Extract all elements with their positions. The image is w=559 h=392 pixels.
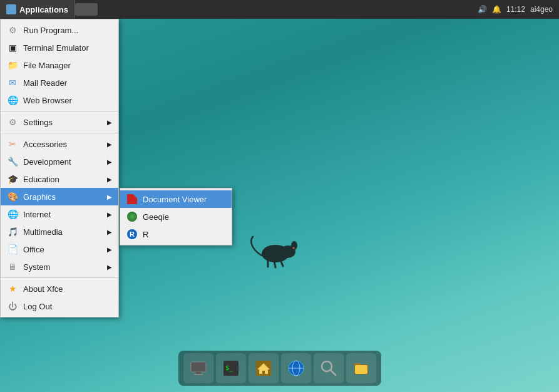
logout-icon: ⏻ [7, 301, 18, 312]
settings-icon: ⚙ [7, 116, 18, 128]
separator-3 [1, 277, 118, 278]
menu-item-education[interactable]: 🎓 Education ▶ [1, 170, 118, 188]
menu-item-internet[interactable]: 🌐 Internet ▶ [1, 205, 118, 223]
office-arrow-icon: ▶ [107, 246, 112, 253]
geeqie-shape [127, 212, 137, 222]
office-icon: 📄 [7, 244, 18, 255]
menu-item-file-manager[interactable]: 📁 File Manager [1, 56, 118, 74]
menu-item-multimedia[interactable]: 🎵 Multimedia ▶ [1, 223, 118, 240]
volume-icon[interactable]: 🔊 [478, 5, 487, 14]
r-icon: R [126, 229, 138, 240]
run-program-label: Run Program... [23, 26, 78, 35]
run-icon: ⚙ [7, 24, 18, 36]
submenu-item-document-viewer[interactable]: Document Viewer [120, 190, 232, 208]
graphics-arrow-icon: ▶ [107, 193, 112, 200]
menu-item-web-browser[interactable]: 🌐 Web Browser [1, 91, 118, 109]
menu-item-graphics[interactable]: 🎨 Graphics ▶ Document Viewer Geeqie [1, 188, 118, 205]
applications-label: Applications [19, 5, 68, 14]
svg-line-6 [274, 261, 275, 267]
dock-item-browser[interactable] [281, 353, 311, 383]
svg-rect-10 [194, 374, 203, 375]
document-viewer-label: Document Viewer [143, 195, 207, 204]
separator-1 [1, 111, 118, 111]
application-menu: ⚙ Run Program... ▣ Terminal Emulator 📁 F… [0, 19, 119, 317]
settings-label: Settings [23, 118, 53, 127]
terminal-label: Terminal Emulator [23, 43, 89, 53]
notification-icon[interactable]: 🔔 [492, 5, 501, 14]
submenu-item-r[interactable]: R R [120, 225, 232, 243]
menu-item-development[interactable]: 🔧 Development ▶ [1, 153, 118, 170]
log-out-label: Log Out [23, 302, 52, 311]
svg-rect-9 [196, 372, 201, 374]
menu-item-log-out[interactable]: ⏻ Log Out [1, 297, 118, 315]
graphics-icon: 🎨 [7, 191, 18, 202]
menu-item-accessories[interactable]: ✂ Accessories ▶ [1, 135, 118, 153]
dock-item-terminal[interactable]: $_ [216, 353, 246, 383]
menu-item-run-program[interactable]: ⚙ Run Program... [1, 21, 118, 39]
svg-line-19 [331, 370, 336, 375]
svg-rect-8 [191, 362, 206, 372]
taskbar-top: Applications 🔊 🔔 11:12 ai4geo [0, 0, 559, 19]
menu-item-about-xfce[interactable]: ★ About Xfce [1, 280, 118, 297]
menu-item-terminal[interactable]: ▣ Terminal Emulator [1, 39, 118, 56]
system-icon: 🖥 [7, 261, 18, 272]
education-arrow-icon: ▶ [107, 176, 112, 183]
dock-item-files[interactable] [346, 353, 376, 383]
internet-arrow-icon: ▶ [107, 211, 112, 218]
development-label: Development [23, 157, 71, 167]
about-icon: ★ [7, 283, 18, 294]
window-button [75, 3, 98, 16]
system-label: System [23, 262, 50, 272]
graphics-submenu: Document Viewer Geeqie R R [120, 188, 232, 245]
terminal-icon: ▣ [7, 42, 18, 53]
web-icon: 🌐 [7, 95, 18, 106]
system-tray: 🔊 🔔 11:12 ai4geo [471, 5, 559, 14]
accessories-arrow-icon: ▶ [107, 141, 112, 148]
about-xfce-label: About Xfce [23, 284, 63, 294]
geeqie-icon [126, 211, 138, 222]
development-arrow-icon: ▶ [107, 158, 112, 165]
graphics-label: Graphics [23, 192, 56, 202]
desktop-rat-image [250, 225, 300, 277]
file-manager-icon: 📁 [7, 59, 18, 71]
menu-item-mail-reader[interactable]: ✉ Mail Reader [1, 74, 118, 91]
web-browser-label: Web Browser [23, 96, 72, 105]
file-manager-label: File Manager [23, 61, 71, 70]
dock-item-home[interactable] [249, 353, 279, 383]
applications-menu-button[interactable]: Applications [0, 0, 75, 19]
desktop: Applications 🔊 🔔 11:12 ai4geo ⚙ Run Prog… [0, 0, 559, 392]
internet-icon: 🌐 [7, 209, 18, 220]
dock-item-monitor[interactable] [183, 353, 213, 383]
settings-arrow-icon: ▶ [107, 119, 112, 126]
development-icon: 🔧 [7, 156, 18, 167]
dock-item-search[interactable] [314, 353, 344, 383]
menu-item-office[interactable]: 📄 Office ▶ [1, 240, 118, 258]
submenu-item-geeqie[interactable]: Geeqie [120, 208, 232, 225]
svg-point-4 [293, 247, 295, 249]
internet-label: Internet [23, 210, 51, 219]
geeqie-label: Geeqie [143, 212, 169, 222]
separator-2 [1, 133, 118, 133]
education-label: Education [23, 175, 59, 184]
accessories-label: Accessories [23, 140, 67, 149]
dock: $_ [178, 351, 381, 386]
r-shape: R [127, 229, 137, 239]
svg-text:$_: $_ [225, 364, 233, 372]
clock: 11:12 [506, 5, 525, 14]
education-icon: 🎓 [7, 173, 18, 185]
docviewer-shape [127, 194, 137, 204]
multimedia-arrow-icon: ▶ [107, 229, 112, 235]
document-viewer-icon [126, 193, 138, 205]
xfce-icon [6, 4, 16, 14]
mail-icon: ✉ [7, 77, 18, 88]
username: ai4geo [530, 5, 553, 14]
multimedia-icon: 🎵 [7, 226, 18, 237]
office-label: Office [23, 245, 44, 254]
svg-rect-22 [355, 365, 367, 374]
r-label: R [143, 230, 148, 239]
mail-reader-label: Mail Reader [23, 78, 67, 88]
system-arrow-icon: ▶ [107, 264, 112, 271]
menu-item-system[interactable]: 🖥 System ▶ [1, 258, 118, 276]
accessories-icon: ✂ [7, 138, 18, 150]
menu-item-settings[interactable]: ⚙ Settings ▶ [1, 113, 118, 131]
